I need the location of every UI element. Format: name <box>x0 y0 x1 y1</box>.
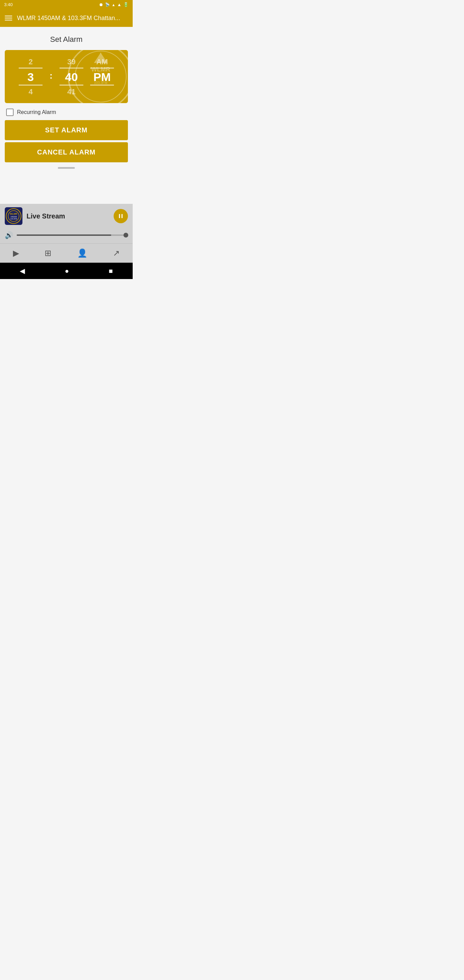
period-selected-value: PM <box>94 69 111 84</box>
recents-button[interactable]: ■ <box>108 267 113 275</box>
home-button[interactable]: ● <box>65 267 69 275</box>
svg-rect-12 <box>119 214 120 218</box>
status-time: 3:40 <box>4 2 13 7</box>
wifi-icon: ▲ <box>117 2 121 7</box>
now-playing-title: Live Stream <box>27 212 65 220</box>
time-row-above: 2 39 AM <box>8 56 124 67</box>
status-bar: 3:40 ⏺ 📡 ▲ ▲ 🔋 <box>0 0 133 9</box>
period-selected[interactable]: PM <box>87 69 118 84</box>
set-alarm-button[interactable]: SET ALARM <box>5 120 128 140</box>
volume-slider[interactable] <box>17 234 128 236</box>
app-toolbar: WLMR 1450AM & 103.3FM Chattan... <box>0 9 133 27</box>
volume-thumb <box>124 233 128 237</box>
recurring-alarm-row[interactable]: Recurring Alarm <box>6 108 129 116</box>
status-icons: ⏺ 📡 ▲ ▲ 🔋 <box>99 2 129 7</box>
pause-button[interactable] <box>114 209 128 223</box>
toolbar-title: WLMR 1450AM & 103.3FM Chattan... <box>17 14 128 22</box>
time-picker-rows: 2 39 AM 3 <box>8 56 124 97</box>
bottom-nav: ▶ ⊞ 👤 ↗ <box>0 243 133 263</box>
time-display: 3:40 <box>4 2 13 7</box>
volume-fill <box>17 234 111 236</box>
minute-selected-value: 40 <box>65 69 78 84</box>
volume-row: 🔊 <box>0 228 133 243</box>
battery-icon: 🔋 <box>123 2 129 7</box>
time-row-selected: 3 : 40 PM <box>8 69 124 84</box>
back-button[interactable]: ◀ <box>20 267 25 275</box>
recurring-alarm-checkbox[interactable] <box>6 108 14 116</box>
time-row-below: 4 41 <box>8 86 124 97</box>
nav-item-contacts[interactable]: 👤 <box>74 247 91 259</box>
period-below[interactable] <box>87 90 118 93</box>
nav-item-grid[interactable]: ⊞ <box>41 247 55 259</box>
svg-text:103.3FM: 103.3FM <box>10 218 17 220</box>
time-separator: : <box>46 70 56 83</box>
volume-icon: 🔊 <box>5 231 13 239</box>
now-playing-info: Live Stream <box>27 212 110 220</box>
nav-item-play[interactable]: ▶ <box>10 247 22 259</box>
hour-selected-value: 3 <box>27 69 34 84</box>
period-above[interactable]: AM <box>87 56 118 67</box>
cast-icon: 📡 <box>105 2 110 7</box>
svg-text:WLMR: WLMR <box>10 213 17 215</box>
pause-icon <box>118 213 124 219</box>
hour-below-value: 4 <box>29 86 33 97</box>
cancel-alarm-button[interactable]: CANCEL ALARM <box>5 142 128 162</box>
hamburger-menu-button[interactable] <box>5 16 12 21</box>
minute-above-value: 39 <box>67 56 76 67</box>
minute-below[interactable]: 41 <box>56 86 87 97</box>
hour-above-value: 2 <box>29 56 33 67</box>
time-picker: WLMR 1450AM 103.3FM 2 39 AM <box>5 50 128 103</box>
main-content: Set Alarm WLMR 1450AM 103.3FM 2 <box>0 27 133 204</box>
hour-above[interactable]: 2 <box>15 56 46 67</box>
system-nav-bar: ◀ ● ■ <box>0 263 133 279</box>
svg-rect-13 <box>121 214 122 218</box>
contact-card-icon: 👤 <box>77 248 87 258</box>
record-icon: ⏺ <box>99 2 103 7</box>
minute-selected[interactable]: 40 <box>56 69 87 84</box>
nav-item-share[interactable]: ↗ <box>110 247 123 259</box>
now-playing-bar: WLMR 1450AM 103.3FM Live Stream <box>0 204 133 228</box>
signal-icon: ▲ <box>111 3 115 7</box>
station-logo: WLMR 1450AM 103.3FM <box>5 207 22 225</box>
grid-icon: ⊞ <box>44 248 51 258</box>
share-icon: ↗ <box>113 248 120 258</box>
bottom-sheet-handle <box>58 167 75 169</box>
recurring-alarm-label: Recurring Alarm <box>17 109 56 115</box>
period-above-value: AM <box>96 56 108 67</box>
minute-above[interactable]: 39 <box>56 56 87 67</box>
page-title: Set Alarm <box>50 35 82 44</box>
hour-selected[interactable]: 3 <box>15 69 46 84</box>
play-circle-icon: ▶ <box>13 248 19 258</box>
minute-below-value: 41 <box>67 86 76 97</box>
hour-below[interactable]: 4 <box>15 86 46 97</box>
